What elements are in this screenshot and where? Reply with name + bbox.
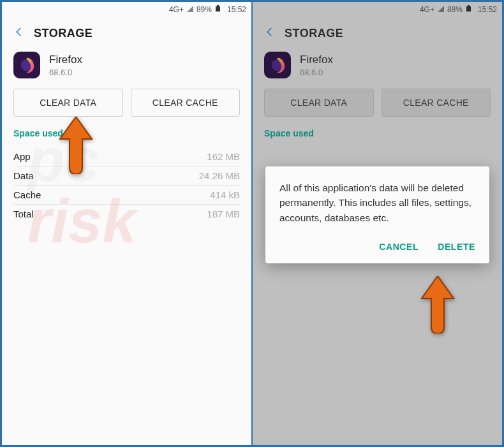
svg-rect-0 — [216, 6, 220, 11]
page-title: STORAGE — [285, 27, 343, 40]
network-indicator: 4G+ — [420, 5, 434, 14]
signal-icon — [437, 5, 445, 15]
screenshot-right: 4G+ 88% 15:52 STORAGE — [253, 2, 502, 445]
space-used-label: Space used — [2, 128, 251, 147]
action-buttons: CLEAR DATA CLEAR CACHE — [253, 89, 502, 128]
back-icon[interactable] — [264, 26, 276, 40]
stat-value: 414 kB — [210, 189, 240, 200]
clock: 15:52 — [478, 5, 497, 14]
back-icon[interactable] — [13, 26, 25, 40]
svg-rect-3 — [466, 6, 471, 11]
battery-icon — [465, 5, 473, 15]
clear-data-button[interactable]: CLEAR DATA — [13, 89, 123, 117]
confirm-dialog: All of this application's data will be d… — [265, 166, 489, 263]
app-name: Firefox — [300, 54, 333, 66]
battery-percent: 88% — [447, 5, 463, 14]
page-header: STORAGE — [2, 17, 251, 47]
cancel-button[interactable]: CANCEL — [379, 242, 419, 252]
stat-label: App — [13, 151, 31, 162]
stat-label: Total — [13, 209, 34, 219]
status-bar: 4G+ 89% 15:52 — [2, 2, 251, 17]
status-bar: 4G+ 88% 15:52 — [253, 2, 502, 17]
clear-cache-button[interactable]: CLEAR CACHE — [131, 89, 241, 117]
network-indicator: 4G+ — [169, 5, 184, 14]
firefox-icon — [13, 52, 40, 78]
stat-row-cache: Cache 414 kB — [13, 186, 240, 205]
clear-cache-button[interactable]: CLEAR CACHE — [382, 89, 491, 117]
svg-rect-4 — [468, 5, 470, 6]
app-name: Firefox — [49, 54, 82, 66]
screenshot-left: pcrisk 4G+ 89% 15:52 STORAGE — [2, 2, 253, 445]
stat-label: Data — [13, 170, 34, 181]
dialog-message: All of this application's data will be d… — [279, 180, 475, 225]
storage-stats: App 162 MB Data 24.26 MB Cache 414 kB To… — [2, 147, 251, 223]
stat-value: 187 MB — [207, 209, 240, 219]
delete-button[interactable]: DELETE — [438, 242, 475, 252]
app-info-row: Firefox 68.6.0 — [2, 47, 251, 89]
stat-value: 24.26 MB — [199, 170, 240, 181]
stat-label: Cache — [13, 189, 41, 200]
app-version: 68.6.0 — [49, 68, 82, 77]
page-header: STORAGE — [253, 17, 502, 47]
battery-percent: 89% — [196, 5, 212, 14]
stat-row-app: App 162 MB — [13, 147, 240, 166]
stat-value: 162 MB — [207, 151, 240, 162]
app-version: 68.6.0 — [300, 68, 333, 77]
pointer-arrow-icon — [57, 117, 95, 177]
firefox-icon — [264, 52, 291, 78]
battery-icon — [214, 5, 222, 15]
page-title: STORAGE — [34, 27, 93, 40]
stat-row-data: Data 24.26 MB — [13, 166, 240, 186]
signal-icon — [186, 5, 194, 15]
clear-data-button[interactable]: CLEAR DATA — [264, 89, 374, 117]
pointer-arrow-icon — [419, 276, 457, 336]
dialog-actions: CANCEL DELETE — [279, 242, 475, 257]
svg-rect-1 — [217, 5, 219, 6]
clock: 15:52 — [227, 5, 246, 14]
stat-row-total: Total 187 MB — [13, 205, 240, 223]
space-used-label: Space used — [253, 128, 502, 147]
action-buttons: CLEAR DATA CLEAR CACHE — [2, 89, 251, 128]
app-info-row: Firefox 68.6.0 — [253, 47, 502, 89]
